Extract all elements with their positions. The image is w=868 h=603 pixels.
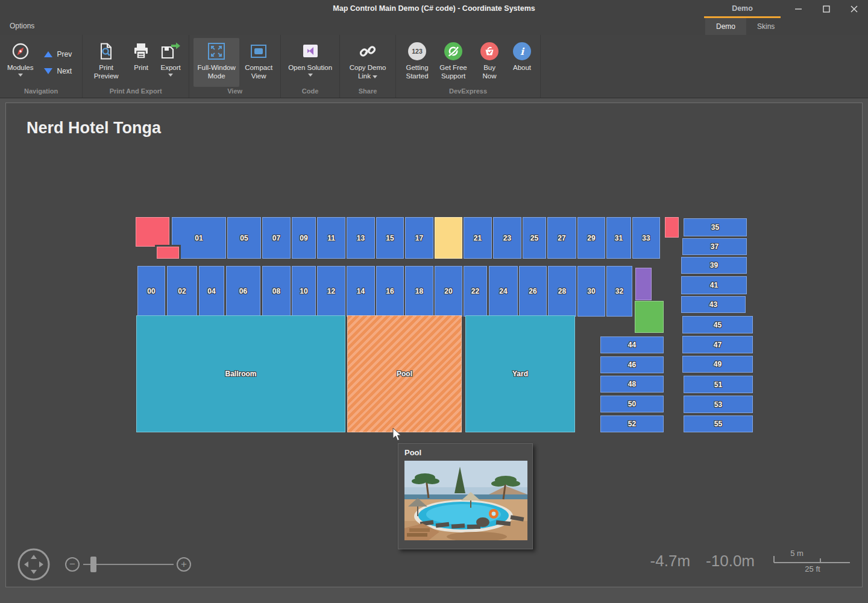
- close-button[interactable]: [840, 0, 868, 18]
- map-room-16[interactable]: 16: [376, 266, 404, 317]
- modules-button[interactable]: Modules: [4, 38, 36, 87]
- map-room-26[interactable]: 26: [519, 266, 547, 317]
- map-room-46[interactable]: 46: [600, 356, 664, 373]
- map-room-05[interactable]: 05: [227, 217, 261, 259]
- tab-skins[interactable]: Skins: [746, 18, 785, 35]
- getting-started-icon: 123: [408, 42, 426, 60]
- options-menu[interactable]: Options: [10, 22, 34, 30]
- map-room-27[interactable]: 27: [547, 217, 576, 259]
- map-room-15[interactable]: 15: [376, 217, 404, 259]
- map-room-33[interactable]: 33: [632, 217, 660, 259]
- ribbon: Modules Prev Next Navigation: [0, 35, 868, 98]
- map-room-53[interactable]: 53: [684, 396, 753, 413]
- map-room-17[interactable]: 17: [405, 217, 433, 259]
- map-room-44[interactable]: 44: [600, 336, 664, 353]
- map-room-20[interactable]: 20: [435, 266, 462, 317]
- map-block[interactable]: [435, 217, 462, 259]
- zoom-slider-handle[interactable]: [90, 557, 96, 572]
- map-room-07[interactable]: 07: [262, 217, 291, 259]
- map-room-06[interactable]: 06: [226, 266, 260, 317]
- map-room-01[interactable]: 01: [172, 217, 226, 259]
- group-label-devexpress: DevExpress: [396, 87, 540, 98]
- map-block[interactable]: [635, 268, 652, 300]
- map-room-23[interactable]: 23: [493, 217, 521, 259]
- full-window-icon: [207, 41, 226, 62]
- map-room-14[interactable]: 14: [347, 266, 375, 317]
- next-button[interactable]: Next: [42, 66, 74, 77]
- pool-photo: [404, 461, 527, 540]
- map-room-22[interactable]: 22: [464, 266, 487, 317]
- get-free-support-button[interactable]: Get Free Support: [436, 38, 471, 87]
- header-tab-demo[interactable]: Demo: [704, 0, 781, 18]
- map-block[interactable]: [635, 301, 664, 333]
- map-block[interactable]: [157, 247, 179, 259]
- full-window-mode-button[interactable]: Full-Window Mode: [193, 38, 239, 87]
- plus-icon: +: [181, 559, 187, 569]
- map-block[interactable]: [665, 217, 679, 238]
- map-room-37[interactable]: 37: [682, 238, 747, 255]
- map-panel[interactable]: Nerd Hotel Tonga 01050709111315172123252…: [5, 103, 863, 587]
- map-room-pool[interactable]: Pool: [347, 315, 462, 432]
- map-room-39[interactable]: 39: [681, 257, 747, 274]
- map-room-52[interactable]: 52: [600, 415, 664, 432]
- map-room-31[interactable]: 31: [606, 217, 631, 259]
- pan-left-icon: [24, 561, 28, 567]
- map-room-45[interactable]: 45: [682, 316, 753, 333]
- prev-arrow-icon: [44, 51, 52, 57]
- map-room-50[interactable]: 50: [600, 396, 664, 412]
- print-button[interactable]: Print: [127, 38, 155, 87]
- about-button[interactable]: i About: [508, 38, 536, 87]
- map-room-51[interactable]: 51: [684, 376, 753, 393]
- export-button[interactable]: Export: [157, 38, 184, 87]
- minimize-button[interactable]: [785, 0, 813, 18]
- map-room-43[interactable]: 43: [681, 296, 746, 313]
- map-room-13[interactable]: 13: [347, 217, 375, 259]
- pan-control[interactable]: [17, 548, 51, 584]
- map-room-24[interactable]: 24: [489, 266, 518, 317]
- export-save-icon: [160, 41, 181, 62]
- prev-button[interactable]: Prev: [42, 49, 74, 60]
- minus-icon: −: [69, 559, 75, 569]
- map-room-02[interactable]: 02: [167, 266, 197, 317]
- map-room-ballroom[interactable]: Ballroom: [136, 315, 345, 432]
- map-room-41[interactable]: 41: [681, 276, 747, 294]
- map-room-18[interactable]: 18: [405, 266, 433, 317]
- map-room-55[interactable]: 55: [684, 415, 753, 432]
- copy-demo-link-button[interactable]: Copy Demo Link: [344, 38, 391, 87]
- zoom-in-button[interactable]: +: [177, 557, 191, 572]
- print-preview-button[interactable]: Print Preview: [87, 38, 125, 87]
- tab-demo[interactable]: Demo: [705, 18, 746, 35]
- maximize-button[interactable]: [813, 0, 840, 18]
- getting-started-button[interactable]: 123 Getting Started: [400, 38, 434, 87]
- map-room-09[interactable]: 09: [292, 217, 316, 259]
- map-block[interactable]: [136, 217, 169, 247]
- coordinate-x: -4.7m: [650, 552, 690, 570]
- menu-bar: Options Demo Skins: [0, 18, 868, 35]
- map-room-12[interactable]: 12: [317, 266, 345, 317]
- map-room-30[interactable]: 30: [577, 266, 605, 317]
- map-room-yard[interactable]: Yard: [465, 315, 575, 432]
- coordinates-readout: -4.7m -10.0m: [650, 552, 755, 570]
- map-room-04[interactable]: 04: [199, 266, 224, 317]
- map-room-25[interactable]: 25: [523, 217, 546, 259]
- buy-now-button[interactable]: Buy Now: [473, 38, 506, 87]
- map-room-00[interactable]: 00: [137, 266, 165, 317]
- zoom-out-button[interactable]: −: [65, 557, 80, 572]
- map-room-49[interactable]: 49: [682, 356, 753, 373]
- map-room-28[interactable]: 28: [548, 266, 576, 317]
- map-room-11[interactable]: 11: [317, 217, 345, 259]
- map-room-32[interactable]: 32: [606, 266, 632, 317]
- map-room-08[interactable]: 08: [262, 266, 291, 317]
- map-room-10[interactable]: 10: [292, 266, 316, 317]
- map-room-47[interactable]: 47: [682, 336, 753, 353]
- zoom-slider-track[interactable]: [83, 564, 174, 565]
- pan-right-icon: [39, 561, 43, 567]
- map-room-29[interactable]: 29: [577, 217, 605, 259]
- open-solution-button[interactable]: Open Solution: [285, 38, 335, 87]
- map-room-35[interactable]: 35: [684, 218, 747, 236]
- ribbon-group-print-export: Print Preview Print Export Print And Exp…: [83, 35, 189, 98]
- compact-view-button[interactable]: Compact View: [241, 38, 276, 87]
- map-room-48[interactable]: 48: [600, 376, 664, 393]
- pan-up-icon: [31, 555, 37, 559]
- map-room-21[interactable]: 21: [464, 217, 492, 259]
